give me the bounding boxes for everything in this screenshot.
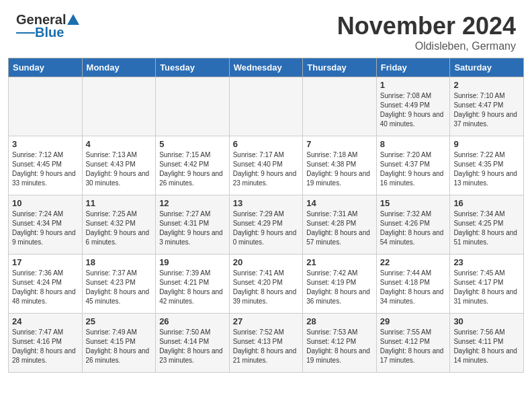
day-info: Sunrise: 7:34 AM Sunset: 4:25 PM Dayligh… bbox=[453, 210, 520, 247]
calendar-cell: 28Sunrise: 7:53 AM Sunset: 4:12 PM Dayli… bbox=[303, 314, 377, 373]
day-info: Sunrise: 7:25 AM Sunset: 4:32 PM Dayligh… bbox=[86, 210, 152, 247]
day-info: Sunrise: 7:17 AM Sunset: 4:40 PM Dayligh… bbox=[233, 150, 300, 188]
day-info: Sunrise: 7:24 AM Sunset: 4:34 PM Dayligh… bbox=[12, 210, 79, 247]
day-info: Sunrise: 7:47 AM Sunset: 4:16 PM Dayligh… bbox=[12, 328, 79, 365]
day-number: 15 bbox=[380, 198, 447, 208]
page-header: General Blue November 2024 Oldisleben, G… bbox=[0, 0, 532, 58]
calendar-cell bbox=[156, 77, 230, 136]
calendar-cell: 27Sunrise: 7:52 AM Sunset: 4:13 PM Dayli… bbox=[229, 314, 303, 373]
month-title: November 2024 bbox=[337, 12, 516, 40]
calendar-cell: 19Sunrise: 7:39 AM Sunset: 4:21 PM Dayli… bbox=[156, 255, 230, 314]
col-saturday: Saturday bbox=[450, 58, 524, 77]
day-info: Sunrise: 7:53 AM Sunset: 4:12 PM Dayligh… bbox=[306, 328, 373, 365]
day-info: Sunrise: 7:49 AM Sunset: 4:15 PM Dayligh… bbox=[86, 328, 152, 365]
col-friday: Friday bbox=[376, 58, 450, 77]
calendar-cell: 6Sunrise: 7:17 AM Sunset: 4:40 PM Daylig… bbox=[229, 136, 303, 195]
day-info: Sunrise: 7:22 AM Sunset: 4:35 PM Dayligh… bbox=[453, 150, 520, 188]
calendar-cell: 26Sunrise: 7:50 AM Sunset: 4:14 PM Dayli… bbox=[156, 314, 230, 373]
col-monday: Monday bbox=[82, 58, 156, 77]
day-info: Sunrise: 7:44 AM Sunset: 4:18 PM Dayligh… bbox=[380, 269, 447, 306]
calendar-cell bbox=[229, 77, 303, 136]
title-area: November 2024 Oldisleben, Germany bbox=[337, 12, 516, 52]
calendar-cell: 7Sunrise: 7:18 AM Sunset: 4:38 PM Daylig… bbox=[303, 136, 377, 195]
day-number: 16 bbox=[453, 198, 520, 208]
calendar-cell: 18Sunrise: 7:37 AM Sunset: 4:23 PM Dayli… bbox=[82, 255, 156, 314]
day-info: Sunrise: 7:37 AM Sunset: 4:23 PM Dayligh… bbox=[86, 269, 152, 306]
calendar-cell: 21Sunrise: 7:42 AM Sunset: 4:19 PM Dayli… bbox=[303, 255, 377, 314]
day-info: Sunrise: 7:29 AM Sunset: 4:29 PM Dayligh… bbox=[233, 210, 300, 247]
day-number: 11 bbox=[86, 198, 152, 208]
day-number: 29 bbox=[380, 316, 447, 326]
day-info: Sunrise: 7:08 AM Sunset: 4:49 PM Dayligh… bbox=[380, 91, 447, 129]
day-number: 19 bbox=[159, 257, 226, 267]
calendar-cell: 3Sunrise: 7:12 AM Sunset: 4:45 PM Daylig… bbox=[9, 136, 83, 195]
day-number: 30 bbox=[453, 316, 520, 326]
calendar-cell: 20Sunrise: 7:41 AM Sunset: 4:20 PM Dayli… bbox=[229, 255, 303, 314]
day-number: 24 bbox=[12, 316, 79, 326]
calendar-cell: 2Sunrise: 7:10 AM Sunset: 4:47 PM Daylig… bbox=[450, 77, 524, 136]
day-info: Sunrise: 7:50 AM Sunset: 4:14 PM Dayligh… bbox=[159, 328, 226, 365]
day-info: Sunrise: 7:41 AM Sunset: 4:20 PM Dayligh… bbox=[233, 269, 300, 306]
logo-blue-text: Blue bbox=[35, 25, 64, 40]
calendar-cell: 10Sunrise: 7:24 AM Sunset: 4:34 PM Dayli… bbox=[9, 195, 83, 255]
calendar-cell bbox=[82, 77, 156, 136]
header-row: Sunday Monday Tuesday Wednesday Thursday… bbox=[9, 58, 524, 77]
day-info: Sunrise: 7:13 AM Sunset: 4:43 PM Dayligh… bbox=[86, 150, 152, 188]
calendar-cell: 17Sunrise: 7:36 AM Sunset: 4:24 PM Dayli… bbox=[9, 255, 83, 314]
calendar-cell: 5Sunrise: 7:15 AM Sunset: 4:42 PM Daylig… bbox=[156, 136, 230, 195]
location: Oldisleben, Germany bbox=[337, 40, 516, 52]
day-number: 14 bbox=[306, 198, 373, 208]
day-number: 13 bbox=[233, 198, 300, 208]
day-number: 22 bbox=[380, 257, 447, 267]
calendar-cell: 30Sunrise: 7:56 AM Sunset: 4:11 PM Dayli… bbox=[450, 314, 524, 373]
calendar-cell: 12Sunrise: 7:27 AM Sunset: 4:31 PM Dayli… bbox=[156, 195, 230, 255]
day-info: Sunrise: 7:20 AM Sunset: 4:37 PM Dayligh… bbox=[380, 150, 447, 188]
day-number: 17 bbox=[12, 257, 79, 267]
calendar-cell: 8Sunrise: 7:20 AM Sunset: 4:37 PM Daylig… bbox=[376, 136, 450, 195]
calendar-week-5: 24Sunrise: 7:47 AM Sunset: 4:16 PM Dayli… bbox=[9, 314, 524, 373]
day-number: 2 bbox=[453, 80, 520, 90]
calendar-table: Sunday Monday Tuesday Wednesday Thursday… bbox=[8, 58, 524, 373]
logo: General Blue bbox=[16, 12, 81, 40]
day-number: 9 bbox=[453, 139, 520, 149]
calendar-week-4: 17Sunrise: 7:36 AM Sunset: 4:24 PM Dayli… bbox=[9, 255, 524, 314]
day-number: 18 bbox=[86, 257, 152, 267]
day-number: 21 bbox=[306, 257, 373, 267]
day-number: 23 bbox=[453, 257, 520, 267]
calendar-cell: 25Sunrise: 7:49 AM Sunset: 4:15 PM Dayli… bbox=[82, 314, 156, 373]
day-info: Sunrise: 7:32 AM Sunset: 4:26 PM Dayligh… bbox=[380, 210, 447, 247]
day-number: 1 bbox=[380, 80, 447, 90]
day-number: 10 bbox=[12, 198, 79, 208]
day-info: Sunrise: 7:27 AM Sunset: 4:31 PM Dayligh… bbox=[159, 210, 226, 247]
calendar-cell: 11Sunrise: 7:25 AM Sunset: 4:32 PM Dayli… bbox=[82, 195, 156, 255]
day-number: 27 bbox=[233, 316, 300, 326]
day-number: 25 bbox=[86, 316, 152, 326]
calendar-cell: 13Sunrise: 7:29 AM Sunset: 4:29 PM Dayli… bbox=[229, 195, 303, 255]
day-info: Sunrise: 7:39 AM Sunset: 4:21 PM Dayligh… bbox=[159, 269, 226, 306]
logo-triangle-icon bbox=[66, 13, 81, 28]
calendar-cell: 29Sunrise: 7:55 AM Sunset: 4:12 PM Dayli… bbox=[376, 314, 450, 373]
calendar-cell: 24Sunrise: 7:47 AM Sunset: 4:16 PM Dayli… bbox=[9, 314, 83, 373]
calendar-week-1: 1Sunrise: 7:08 AM Sunset: 4:49 PM Daylig… bbox=[9, 77, 524, 136]
svg-marker-0 bbox=[67, 14, 79, 25]
calendar-cell: 15Sunrise: 7:32 AM Sunset: 4:26 PM Dayli… bbox=[376, 195, 450, 255]
day-info: Sunrise: 7:36 AM Sunset: 4:24 PM Dayligh… bbox=[12, 269, 79, 306]
day-info: Sunrise: 7:15 AM Sunset: 4:42 PM Dayligh… bbox=[159, 150, 226, 188]
day-number: 4 bbox=[86, 139, 152, 149]
calendar-cell: 14Sunrise: 7:31 AM Sunset: 4:28 PM Dayli… bbox=[303, 195, 377, 255]
day-info: Sunrise: 7:56 AM Sunset: 4:11 PM Dayligh… bbox=[453, 328, 520, 365]
day-number: 28 bbox=[306, 316, 373, 326]
day-number: 8 bbox=[380, 139, 447, 149]
day-number: 3 bbox=[12, 139, 79, 149]
calendar-week-3: 10Sunrise: 7:24 AM Sunset: 4:34 PM Dayli… bbox=[9, 195, 524, 255]
day-info: Sunrise: 7:45 AM Sunset: 4:17 PM Dayligh… bbox=[453, 269, 520, 306]
col-sunday: Sunday bbox=[9, 58, 83, 77]
day-info: Sunrise: 7:12 AM Sunset: 4:45 PM Dayligh… bbox=[12, 150, 79, 188]
col-tuesday: Tuesday bbox=[156, 58, 230, 77]
day-number: 12 bbox=[159, 198, 226, 208]
calendar-cell: 22Sunrise: 7:44 AM Sunset: 4:18 PM Dayli… bbox=[376, 255, 450, 314]
day-number: 7 bbox=[306, 139, 373, 149]
day-info: Sunrise: 7:18 AM Sunset: 4:38 PM Dayligh… bbox=[306, 150, 373, 188]
day-number: 20 bbox=[233, 257, 300, 267]
calendar-cell: 1Sunrise: 7:08 AM Sunset: 4:49 PM Daylig… bbox=[376, 77, 450, 136]
